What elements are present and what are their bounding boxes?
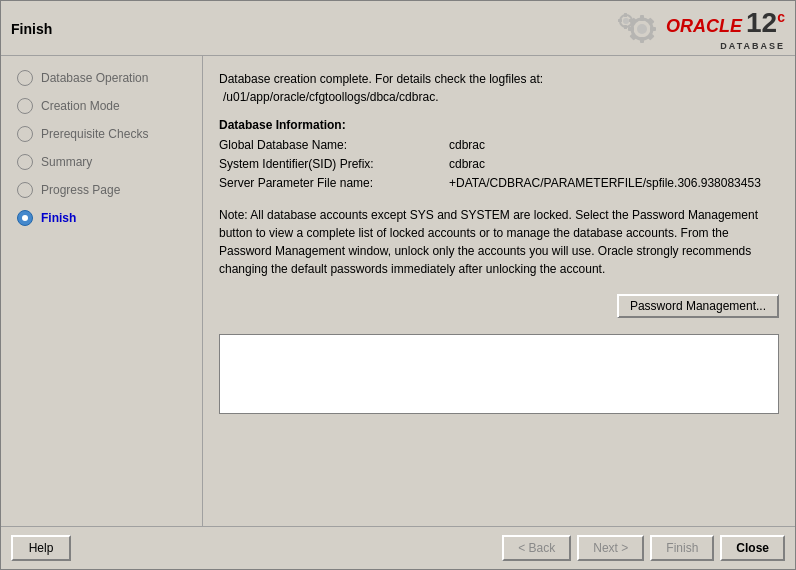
main-content: Database Operation Creation Mode Prerequ… [1, 56, 795, 526]
step-indicator-creation-mode [17, 98, 33, 114]
svg-point-11 [623, 18, 629, 24]
next-button[interactable]: Next > [577, 535, 644, 561]
oracle-db-label: DATABASE [720, 41, 785, 51]
svg-rect-14 [618, 19, 622, 22]
step-indicator-database-operation [17, 70, 33, 86]
svg-rect-13 [624, 25, 627, 29]
content-area: Database creation complete. For details … [203, 56, 795, 526]
sidebar-label-finish: Finish [41, 211, 76, 225]
oracle-header: ORACLE 12c DATABASE [612, 7, 785, 51]
help-button[interactable]: Help [11, 535, 71, 561]
finish-button[interactable]: Finish [650, 535, 714, 561]
sidebar-item-creation-mode[interactable]: Creation Mode [1, 92, 202, 120]
sidebar-item-database-operation[interactable]: Database Operation [1, 64, 202, 92]
password-management-button[interactable]: Password Management... [617, 294, 779, 318]
sidebar-label-prerequisite-checks: Prerequisite Checks [41, 127, 148, 141]
db-info-row-global-name: Global Database Name: cdbrac [219, 136, 779, 155]
db-info-value-sid: cdbrac [449, 155, 485, 174]
sidebar-item-finish[interactable]: Finish [1, 204, 202, 232]
db-info-title: Database Information: [219, 118, 779, 132]
footer-right: < Back Next > Finish Close [502, 535, 785, 561]
back-button[interactable]: < Back [502, 535, 571, 561]
text-area-section [219, 334, 779, 414]
completion-message: Database creation complete. For details … [219, 70, 779, 106]
note-text: Note: All database accounts except SYS a… [219, 206, 779, 278]
db-info-value-spfile: +DATA/CDBRAC/PARAMETERFILE/spfile.306.93… [449, 174, 761, 193]
sidebar-label-progress-page: Progress Page [41, 183, 120, 197]
step-indicator-summary [17, 154, 33, 170]
completion-line1: Database creation complete. For details … [219, 72, 543, 86]
title-bar: Finish [1, 1, 795, 56]
svg-rect-5 [650, 27, 656, 31]
oracle-brand-top: ORACLE 12c [666, 7, 785, 39]
db-info-label-global-name: Global Database Name: [219, 136, 449, 155]
db-info-label-spfile: Server Parameter File name: [219, 174, 449, 193]
sidebar-item-summary[interactable]: Summary [1, 148, 202, 176]
sidebar: Database Operation Creation Mode Prerequ… [1, 56, 203, 526]
oracle-version: 12c [746, 7, 785, 39]
db-info-section: Database Information: Global Database Na… [219, 118, 779, 194]
close-button[interactable]: Close [720, 535, 785, 561]
svg-rect-3 [640, 37, 644, 43]
footer-left: Help [11, 535, 71, 561]
db-info-value-global-name: cdbrac [449, 136, 485, 155]
oracle-text: ORACLE [666, 16, 742, 37]
footer: Help < Back Next > Finish Close [1, 526, 795, 569]
window-title: Finish [11, 21, 52, 37]
sidebar-item-progress-page[interactable]: Progress Page [1, 176, 202, 204]
main-window: Finish [0, 0, 796, 570]
step-indicator-prerequisite-checks [17, 126, 33, 142]
step-indicator-progress-page [17, 182, 33, 198]
svg-rect-2 [640, 15, 644, 21]
db-info-label-sid: System Identifier(SID) Prefix: [219, 155, 449, 174]
svg-rect-4 [628, 27, 634, 31]
svg-rect-15 [629, 19, 633, 22]
sidebar-label-creation-mode: Creation Mode [41, 99, 120, 113]
svg-point-1 [637, 24, 647, 34]
db-info-row-spfile: Server Parameter File name: +DATA/CDBRAC… [219, 174, 779, 193]
svg-rect-12 [624, 13, 627, 17]
sidebar-label-summary: Summary [41, 155, 92, 169]
title-bar-left: Finish [11, 21, 52, 37]
sidebar-item-prerequisite-checks[interactable]: Prerequisite Checks [1, 120, 202, 148]
gear-icon [612, 11, 660, 47]
oracle-brand: ORACLE 12c DATABASE [666, 7, 785, 51]
sidebar-label-database-operation: Database Operation [41, 71, 148, 85]
step-indicator-finish [17, 210, 33, 226]
completion-line2: /u01/app/oracle/cfgtoollogs/dbca/cdbrac. [223, 90, 438, 104]
db-info-row-sid: System Identifier(SID) Prefix: cdbrac [219, 155, 779, 174]
